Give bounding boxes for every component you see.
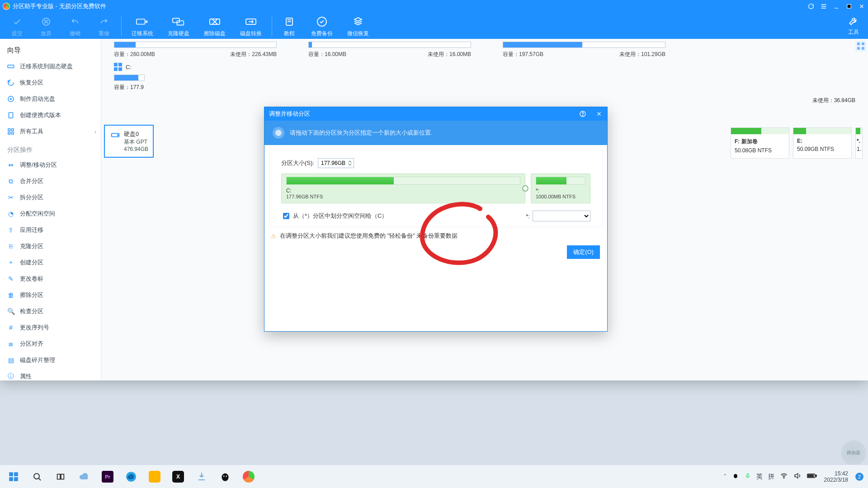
tray-qq-icon[interactable] <box>732 472 739 481</box>
disk-chip[interactable]: 硬盘0 基本 GPT 476.94GB <box>104 125 154 158</box>
search-icon[interactable] <box>27 467 47 487</box>
ops-item[interactable]: ✎更改卷标 <box>0 271 101 287</box>
qq-icon[interactable] <box>215 467 235 487</box>
commit-button[interactable]: 提交 <box>3 14 32 38</box>
watermark-icon: 路由器 <box>841 440 866 465</box>
wechat-recover-button[interactable]: 微信恢复 <box>340 14 376 38</box>
wizard-recover-partition[interactable]: 恢复分区 <box>0 75 101 91</box>
volume-card[interactable]: *.1. <box>855 127 863 159</box>
ops-label: 分区对齐 <box>20 340 43 348</box>
wizard-portable[interactable]: 创建便携式版本 <box>0 107 101 123</box>
premiere-icon[interactable]: Pr <box>98 467 118 487</box>
app-yellow-icon[interactable] <box>145 467 165 487</box>
ops-item[interactable]: ▤磁盘碎片整理 <box>0 352 101 368</box>
volume-card[interactable]: E:50.09GB NTFS <box>793 127 852 159</box>
volume-card[interactable]: F: 新加卷50.08GB NTFS <box>731 127 789 159</box>
capcut-icon[interactable]: X <box>168 467 188 487</box>
ops-label: 磁盘碎片整理 <box>20 356 55 364</box>
ops-item[interactable]: ⇪应用迁移 <box>0 222 101 238</box>
wizard-boot-disc[interactable]: 制作启动光盘 <box>0 91 101 107</box>
partition-card[interactable]: 容量：260.00MB未使用：226.43MB <box>114 42 277 58</box>
clone-disk-button[interactable]: 克隆硬盘 <box>160 14 197 38</box>
cloud-icon[interactable] <box>74 467 94 487</box>
refresh-icon[interactable] <box>805 0 817 13</box>
taskbar-date: 2022/3/18 <box>824 477 848 483</box>
wifi-icon[interactable] <box>780 472 788 481</box>
diagram-star-block[interactable]: *: 1000.00MB NTFS <box>531 174 590 203</box>
tray-mic-icon[interactable] <box>745 472 751 481</box>
resize-handle-icon[interactable] <box>522 185 528 192</box>
partition-card[interactable]: 容量：197.57GB未使用：101.29GB <box>503 42 665 58</box>
svg-rect-22 <box>14 472 18 476</box>
taskbar-clock[interactable]: 15:42 2022/3/18 <box>824 470 848 483</box>
tutorial-button[interactable]: 教程 <box>275 14 304 38</box>
dialog-close-icon[interactable] <box>591 107 607 121</box>
svg-rect-27 <box>61 474 64 479</box>
layout-toggle-icon[interactable] <box>855 41 866 52</box>
dialog-help-icon[interactable] <box>575 107 591 121</box>
wizard-label: 创建便携式版本 <box>20 111 61 119</box>
ops-item[interactable]: ◔分配空闲空间 <box>0 206 101 222</box>
ops-item[interactable]: ＋创建分区 <box>0 254 101 271</box>
tools-button[interactable]: 工具 <box>842 14 865 36</box>
ops-item[interactable]: 🗑擦除分区 <box>0 287 101 303</box>
menu-icon[interactable] <box>817 0 830 13</box>
maximize-icon[interactable] <box>843 0 855 13</box>
disk-chip-sub1: 基本 GPT <box>124 138 148 146</box>
battery-icon[interactable] <box>807 473 817 480</box>
wizard-all-tools[interactable]: 所有工具 › <box>0 123 101 140</box>
ops-label: 属性 <box>20 372 32 380</box>
ops-item[interactable]: #更改序列号 <box>0 319 101 336</box>
diagram-star-letter: *: <box>536 188 585 194</box>
taskview-icon[interactable] <box>51 467 71 487</box>
diagram-c-block[interactable]: C: 177.96GB NTFS <box>281 174 525 203</box>
wipe-label: 擦除磁盘 <box>197 30 233 38</box>
tools-label: 工具 <box>842 28 865 36</box>
start-button[interactable] <box>4 467 24 487</box>
wizard-migrate-ssd[interactable]: 迁移系统到固态硬盘 <box>0 58 101 75</box>
close-icon[interactable] <box>855 0 868 13</box>
minimize-icon[interactable] <box>830 0 843 13</box>
alloc-source-select[interactable] <box>533 211 590 221</box>
alloc-from-checkbox[interactable] <box>283 213 289 219</box>
windows-icon <box>114 63 122 71</box>
download-icon[interactable] <box>192 467 212 487</box>
ribbon-toolbar: 提交 放弃 撤销 重做 迁移系统 克隆硬盘 <box>0 13 868 39</box>
ops-label: 克隆分区 <box>20 242 43 250</box>
app-title: 分区助手专业版 - 无损分区免费软件 <box>13 2 106 10</box>
wipe-disk-button[interactable]: 擦除磁盘 <box>197 14 233 38</box>
spin-down-icon[interactable] <box>346 163 354 166</box>
ops-icon: ⎘ <box>6 242 15 251</box>
wizard-label: 恢复分区 <box>20 79 43 87</box>
migrate-os-button[interactable]: 迁移系统 <box>124 14 160 38</box>
partition-size-input[interactable] <box>318 160 346 167</box>
ops-item[interactable]: 🔍检查分区 <box>0 303 101 319</box>
notifications-icon[interactable]: 2 <box>855 473 863 481</box>
ime-lang[interactable]: 英 <box>756 473 763 481</box>
vol-name: F: 新加卷 <box>735 138 785 145</box>
undo-button[interactable]: 撤销 <box>61 14 90 38</box>
discard-button[interactable]: 放弃 <box>32 14 61 38</box>
ops-item[interactable]: ⧉合并分区 <box>0 173 101 189</box>
ops-item[interactable]: ⎘克隆分区 <box>0 238 101 254</box>
ops-label: 擦除分区 <box>20 291 43 299</box>
edge-icon[interactable] <box>121 467 141 487</box>
free-backup-button[interactable]: 免费备份 <box>304 14 340 38</box>
volume-icon[interactable] <box>793 472 802 481</box>
partition-size-spinner[interactable] <box>318 158 354 168</box>
convert-disk-button[interactable]: 磁盘转换 <box>233 14 269 38</box>
wizard-label: 制作启动光盘 <box>20 95 55 103</box>
ops-item[interactable]: ✂拆分分区 <box>0 189 101 206</box>
partition-bar <box>308 42 471 48</box>
ime-mode[interactable]: 拼 <box>768 473 774 481</box>
tray-chevron-icon[interactable]: ˄ <box>724 474 726 480</box>
app-running-icon[interactable] <box>239 467 259 487</box>
ops-item[interactable]: ⇔调整/移动分区 <box>0 157 101 173</box>
partition-card[interactable]: 容量：16.00MB未使用：16.00MB <box>308 42 471 58</box>
svg-rect-15 <box>8 132 10 135</box>
undo-label: 撤销 <box>61 30 90 38</box>
redo-button[interactable]: 重做 <box>90 14 118 38</box>
dialog-ok-button[interactable]: 确定(O) <box>567 245 600 259</box>
ops-item[interactable]: ≣分区对齐 <box>0 336 101 352</box>
ops-item[interactable]: ⓘ属性 <box>0 368 101 385</box>
